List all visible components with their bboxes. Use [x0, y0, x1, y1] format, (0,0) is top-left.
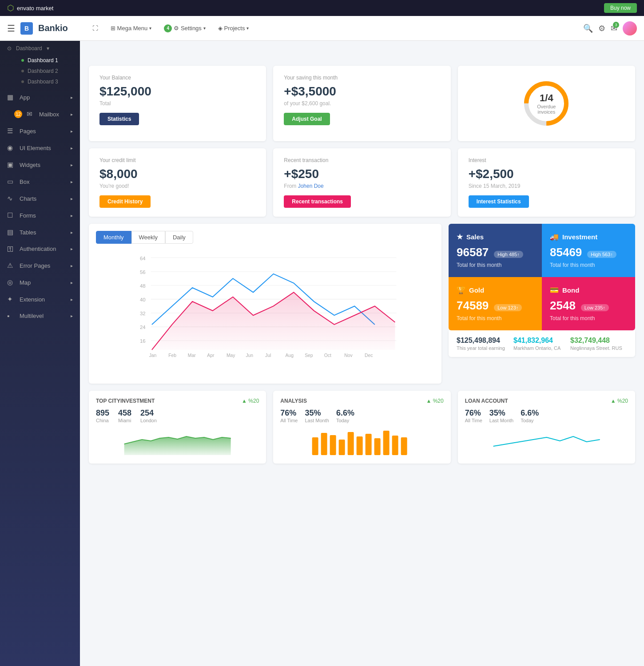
sidebar-item-extension[interactable]: ✦ Extension ▸: [0, 291, 80, 308]
analysis-bar-chart: [280, 428, 443, 455]
sidebar-item-app[interactable]: ▦ App ▸: [0, 89, 80, 106]
investment-header: 🚚 Investment: [550, 233, 627, 241]
loan-val-3: 6.6%: [521, 408, 539, 418]
svg-rect-33: [339, 440, 345, 455]
analysis-val-1: 76%: [280, 408, 298, 418]
sidebar-item-box[interactable]: ▭ Box ▸: [0, 173, 80, 190]
sidebar-item-forms[interactable]: ☐ Forms ▸: [0, 207, 80, 224]
ui-elements-label: UI Elements: [20, 145, 51, 151]
earnings-row: $125,498,894 This year total earning $41…: [449, 330, 635, 357]
loan-last-month: 35% Last Month: [489, 408, 513, 423]
sidebar-item-multilevel[interactable]: ▪ Multilevel ▸: [0, 308, 80, 324]
header-nav: ⛶ ⊞ Mega Menu ▾ 4 ⚙ Settings ▾ ◈ Project…: [87, 22, 583, 35]
bond-value-row: 2548 Low 235↑: [550, 299, 627, 313]
sidebar-item-tables[interactable]: ▤ Tables ▸: [0, 224, 80, 241]
ui-icon: ◉: [7, 144, 15, 152]
sidebar-item-dashboard-2[interactable]: Dashboard 2: [14, 66, 80, 76]
interest-statistics-button[interactable]: Interest Statistics: [469, 195, 529, 208]
mailbox-label: Mailbox: [39, 111, 59, 118]
gold-icon: 🏆: [457, 286, 465, 294]
search-icon[interactable]: 🔍: [583, 24, 593, 33]
svg-rect-31: [321, 433, 327, 455]
bond-icon: 💳: [550, 286, 559, 294]
sidebar-item-authentication[interactable]: ⚿ Authentication ▸: [0, 241, 80, 257]
cards-row-1: Your Balance $125,000 Total Statistics Y…: [89, 66, 635, 141]
gold-total: Total for this month: [457, 315, 534, 321]
analysis-val-2: 35%: [305, 408, 329, 418]
analysis-label-3: Today: [336, 418, 354, 423]
recent-transactions-button[interactable]: Recent transactions: [284, 195, 351, 208]
pages-icon: ☰: [7, 127, 15, 135]
svg-text:Jul: Jul: [265, 353, 271, 358]
error-arrow: ▸: [71, 263, 73, 268]
credit-sub: You're good!: [99, 183, 255, 189]
svg-rect-35: [357, 436, 363, 455]
sidebar-item-widgets[interactable]: ▣ Widgets ▸: [0, 156, 80, 173]
dashboard-label: Dashboard: [16, 45, 42, 52]
logo-icon: B: [20, 22, 33, 35]
stat-card-gold: 🏆 Gold 74589 Low 123↑ Total for this mon…: [449, 277, 542, 330]
tab-daily[interactable]: Daily: [165, 231, 193, 244]
sales-value: 96587: [457, 246, 489, 259]
investment-value: 85469: [550, 246, 582, 259]
tab-weekly[interactable]: Weekly: [131, 231, 165, 244]
svg-text:Apr: Apr: [207, 353, 215, 358]
settings-icon[interactable]: ⚙: [598, 24, 605, 33]
credit-history-button[interactable]: Credit History: [99, 195, 151, 208]
svg-text:Feb: Feb: [168, 353, 176, 358]
sidebar-item-ui-elements[interactable]: ◉ UI Elements ▸: [0, 139, 80, 156]
sales-badge: High 485↑: [494, 251, 523, 258]
dashboard-arrow: ▾: [47, 45, 49, 52]
buy-now-button[interactable]: Buy now: [604, 3, 637, 13]
sidebar-item-error-pages[interactable]: ⚠ Error Pages ▸: [0, 257, 80, 274]
london-label: London: [140, 418, 157, 423]
transaction-value: +$250: [284, 167, 440, 181]
balance-sub: Total: [99, 100, 255, 107]
sidebar-item-mailbox[interactable]: 12 ✉ Mailbox ▸: [0, 106, 80, 123]
sales-header: ★ Sales: [457, 233, 534, 241]
nav-projects[interactable]: ◈ Projects ▾: [213, 22, 254, 34]
svg-text:Mar: Mar: [188, 353, 196, 358]
nav-expand-button[interactable]: ⛶: [87, 22, 103, 34]
invoice-fraction: 1/4: [534, 92, 559, 104]
city-stat-miami: 458 Miami: [118, 408, 131, 423]
miami-label: Miami: [118, 418, 131, 423]
city-card-header: TOP CITYINVESTMENT ▲ %20: [96, 398, 259, 404]
statistics-button[interactable]: Statistics: [99, 113, 139, 125]
sidebar: ⊙ Dashboard ▾ Dashboard 1 Dashboard 2 Da…: [0, 41, 80, 666]
app-label: App: [20, 94, 30, 101]
invoice-label: Overdue invoices: [534, 104, 559, 115]
nav-settings[interactable]: 4 ⚙ Settings ▾: [159, 22, 211, 35]
sidebar-item-dashboard-1[interactable]: Dashboard 1: [14, 55, 80, 66]
charts-icon: ∿: [7, 194, 15, 202]
tables-label: Tables: [20, 229, 36, 236]
earning-2-value: $41,832,964: [513, 337, 570, 345]
box-label: Box: [20, 178, 29, 185]
sidebar-sub-dashboard: Dashboard 1 Dashboard 2 Dashboard 3: [0, 53, 80, 89]
credit-value: $8,000: [99, 167, 255, 181]
transaction-from: Johen Doe: [298, 183, 324, 189]
svg-text:Nov: Nov: [344, 353, 353, 358]
china-val: 895: [96, 408, 109, 418]
tables-icon: ▤: [7, 228, 15, 236]
hamburger-menu[interactable]: ☰: [7, 23, 15, 34]
loan-sparkline: [465, 428, 628, 455]
adjust-goal-button[interactable]: Adjust Goal: [284, 113, 330, 125]
sidebar-item-charts[interactable]: ∿ Charts ▸: [0, 190, 80, 207]
main-content: Your Balance $125,000 Total Statistics Y…: [80, 57, 644, 666]
svg-text:Oct: Oct: [324, 353, 331, 358]
nav-mega-menu[interactable]: ⊞ Mega Menu ▾: [105, 22, 157, 34]
stats-section: ★ Sales 96587 High 485↑ Total for this m…: [449, 224, 635, 384]
tab-monthly[interactable]: Monthly: [96, 231, 131, 244]
sidebar-item-map[interactable]: ◎ Map ▸: [0, 274, 80, 291]
box-arrow: ▸: [71, 179, 73, 184]
card-invoices: 1/4 Overdue invoices: [458, 66, 635, 141]
sidebar-item-pages[interactable]: ☰ Pages ▸: [0, 123, 80, 139]
dot-dashboard-3: [21, 80, 24, 83]
svg-text:32: 32: [140, 311, 146, 316]
avatar[interactable]: [623, 21, 637, 36]
sidebar-item-dashboard-3[interactable]: Dashboard 3: [14, 76, 80, 87]
card-balance: Your Balance $125,000 Total Statistics: [89, 66, 266, 141]
card-city-investment: TOP CITYINVESTMENT ▲ %20 895 China 458 M…: [89, 391, 266, 464]
extension-arrow: ▸: [71, 297, 73, 302]
